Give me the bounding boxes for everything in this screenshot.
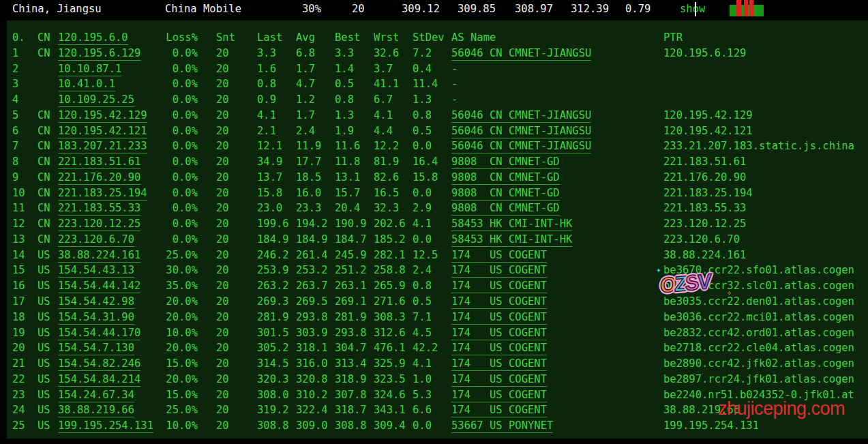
last-cell: 253.9 <box>257 263 296 278</box>
asname-link[interactable]: 174 US COGENT <box>451 325 663 341</box>
ip-link[interactable]: 154.54.82.246 <box>58 356 166 372</box>
asname-link[interactable]: 58453 HK CMI-INT-HK <box>451 216 663 232</box>
ip-link[interactable]: 120.195.42.121 <box>58 123 166 139</box>
header-target-ip[interactable]: 120.195.6.0 <box>58 30 166 46</box>
avg-cell: 318.1 <box>296 340 335 356</box>
avg-cell: 4.7 <box>296 76 335 92</box>
best-cell: 308.8 <box>335 418 374 434</box>
asname-link[interactable]: 9808 CN CMNET-GD <box>451 201 663 216</box>
ip-link[interactable]: 10.109.25.25 <box>58 92 166 108</box>
wrst-cell: 343.1 <box>374 402 413 418</box>
asname-link[interactable]: 9808 CN CMNET-GD <box>451 154 663 170</box>
asname-link[interactable]: 174 US COGENT <box>451 340 663 356</box>
asname-link[interactable]: 56046 CN CMNET-JIANGSU <box>451 123 663 139</box>
ip-link[interactable]: 154.54.42.98 <box>58 294 166 310</box>
asname-link[interactable]: 174 US COGENT <box>451 310 663 325</box>
best-cell: 313.4 <box>335 356 374 372</box>
avg-cell: 263.7 <box>296 278 335 294</box>
loss-histogram-icon <box>730 0 764 16</box>
last-cell: 15.8 <box>257 186 296 201</box>
hop-cell: 15 <box>12 263 38 278</box>
ip-link[interactable]: 199.195.254.131 <box>58 418 166 434</box>
best-cell: 20.4 <box>335 201 374 216</box>
show-link[interactable]: show <box>680 3 705 15</box>
ip-link[interactable]: 183.207.21.233 <box>58 138 166 154</box>
hop-cell: 19 <box>12 325 38 341</box>
asname-link[interactable]: 174 US COGENT <box>451 278 663 294</box>
asname-link[interactable]: 9808 CN CMNET-GD <box>451 186 663 201</box>
ip-link[interactable]: 38.88.224.161 <box>58 248 166 263</box>
cc-cell: US <box>38 402 58 418</box>
asname-link[interactable]: 174 US COGENT <box>451 248 663 263</box>
stdev-cell: 1.0 <box>413 372 451 387</box>
asname-link[interactable]: 56046 CN CMNET-JIANGSU <box>451 138 663 154</box>
ip-link[interactable]: 154.54.44.142 <box>58 278 166 294</box>
summary-stdev: 0.79 <box>625 3 650 15</box>
trace-row: 20US154.54.7.13020.0%20305.2318.1304.747… <box>7 340 868 356</box>
loss-cell: 30.0% <box>166 263 198 278</box>
cc-cell: US <box>38 278 58 294</box>
best-cell: 281.9 <box>335 310 374 325</box>
asname-link[interactable]: 174 US COGENT <box>451 356 663 372</box>
ptr-cell: be2718.ccr22.cle04.atlas.cogen <box>663 340 868 356</box>
asname-link[interactable]: 58453 HK CMI-INT-HK <box>451 232 663 248</box>
avg-cell: 303.9 <box>296 325 335 341</box>
last-cell: 2.1 <box>257 123 296 139</box>
stdev-cell: 11.4 <box>413 76 451 92</box>
last-cell: 308.0 <box>257 387 296 403</box>
snt-cell: 20 <box>198 232 257 248</box>
ip-link[interactable]: 154.54.43.13 <box>58 263 166 278</box>
loss-cell: 20.0% <box>166 310 198 325</box>
cc-cell: US <box>38 263 58 278</box>
asname-link[interactable]: 53667 US PONYNET <box>451 418 663 434</box>
ptr-cell: 221.183.25.194 <box>663 186 868 201</box>
wrst-cell: 4.4 <box>374 123 413 139</box>
ip-link[interactable]: 223.120.6.70 <box>58 232 166 248</box>
ip-link[interactable]: 38.88.219.66 <box>58 402 166 418</box>
asname-link[interactable]: 174 US COGENT <box>451 372 663 387</box>
avg-cell: 269.5 <box>296 294 335 310</box>
ip-link[interactable]: 223.120.12.25 <box>58 216 166 232</box>
ip-link[interactable]: 154.54.44.170 <box>58 325 166 341</box>
hop-cell: 7 <box>12 138 38 154</box>
wrst-cell: 282.1 <box>374 248 413 263</box>
trace-row: 8CN221.183.51.610.0%2034.917.711.881.916… <box>7 154 868 170</box>
best-cell: 13.1 <box>335 170 374 186</box>
asname-link[interactable]: 174 US COGENT <box>451 387 663 403</box>
snt-cell: 20 <box>198 123 257 139</box>
last-cell: 319.2 <box>257 402 296 418</box>
ptr-cell <box>663 92 868 108</box>
ip-link[interactable]: 154.54.31.90 <box>58 310 166 325</box>
ptr-cell: be3035.ccr22.den01.atlas.cogen <box>663 294 868 310</box>
asname-link[interactable]: 9808 CN CMNET-GD <box>451 170 663 186</box>
ip-link[interactable]: 154.54.7.130 <box>58 340 166 356</box>
ip-link[interactable]: 221.176.20.90 <box>58 170 166 186</box>
ip-link[interactable]: 221.183.51.61 <box>58 154 166 170</box>
wrst-cell: 3.7 <box>374 61 413 77</box>
ip-link[interactable]: 221.183.55.33 <box>58 201 166 216</box>
ip-link[interactable]: 120.195.42.129 <box>58 108 166 123</box>
asname-link[interactable]: 56046 CN CMNET-JIANGSU <box>451 46 663 61</box>
asname-link[interactable]: 56046 CN CMNET-JIANGSU <box>451 108 663 123</box>
header-best: Best <box>335 30 374 46</box>
asname-link[interactable]: 174 US COGENT <box>451 402 663 418</box>
trace-row: 5CN120.195.42.1290.0%204.11.71.34.10.856… <box>7 108 868 123</box>
loss-cell: 20.0% <box>166 372 198 387</box>
avg-cell: 310.2 <box>296 387 335 403</box>
ip-link[interactable]: 10.10.87.1 <box>58 61 166 77</box>
ip-link[interactable]: 10.41.0.1 <box>58 76 166 92</box>
ip-link[interactable]: 154.54.84.214 <box>58 372 166 387</box>
snt-cell: 20 <box>198 418 257 434</box>
loss-cell: 25.0% <box>166 248 198 263</box>
avg-cell: 16.0 <box>296 186 335 201</box>
ip-link[interactable]: 221.183.25.194 <box>58 186 166 201</box>
ip-link[interactable]: 120.195.6.129 <box>58 46 166 61</box>
snt-cell: 20 <box>198 61 257 77</box>
trace-row: 18US154.54.31.9020.0%20281.9293.8281.930… <box>7 310 868 325</box>
asname-link[interactable]: 174 US COGENT <box>451 263 663 278</box>
best-cell: 251.2 <box>335 263 374 278</box>
ptr-cell: 221.183.55.33 <box>663 201 868 216</box>
asname-link[interactable]: 174 US COGENT <box>451 294 663 310</box>
stdev-cell: 0.5 <box>413 123 451 139</box>
ip-link[interactable]: 154.24.67.34 <box>58 387 166 403</box>
